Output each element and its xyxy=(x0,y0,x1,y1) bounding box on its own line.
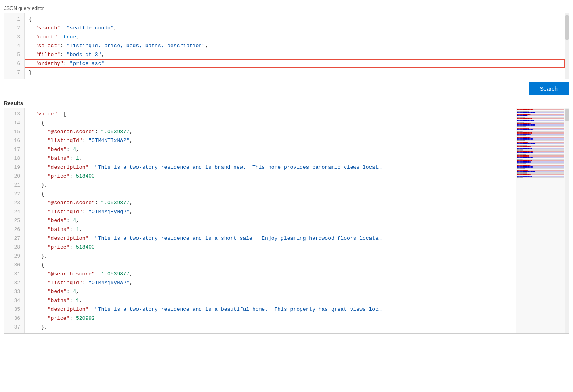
minimap-line: ██████████ xyxy=(517,140,564,141)
res-line-35: "description": "This is a two-story resi… xyxy=(25,305,516,314)
minimap-line: ███████ xyxy=(517,159,564,160)
editor-scrollbar-thumb[interactable] xyxy=(565,15,569,40)
rln-14: 14 xyxy=(4,119,24,128)
res-line-16: "listingId": "OTM4NTIxNA2", xyxy=(25,136,516,145)
minimap-line: ███████████████████ xyxy=(517,161,564,163)
results-main: 13 14 15 16 17 18 19 20 21 22 23 24 25 2… xyxy=(4,108,516,333)
rln-23: 23 xyxy=(4,199,24,208)
ln-2: 2 xyxy=(4,24,24,33)
code-line-3: "count": true, xyxy=(25,33,565,42)
code-line-5: "filter": "beds gt 3", xyxy=(25,50,565,59)
results-line-numbers: 13 14 15 16 17 18 19 20 21 22 23 24 25 2… xyxy=(4,108,25,333)
ln-5: 5 xyxy=(4,50,24,59)
minimap-line: █████████████████████████ xyxy=(517,171,564,172)
minimap-line: ████████████████ xyxy=(517,111,564,112)
res-line-18: "baths": 1, xyxy=(25,154,516,163)
minimap-line: █████████████████████████ xyxy=(517,112,564,113)
minimap-content: ██████████████████████ ████████████████ … xyxy=(516,108,565,180)
rln-24: 24 xyxy=(4,208,24,216)
res-line-25: "beds": 4, xyxy=(25,216,516,225)
minimap-line: ████████████████████ xyxy=(517,148,564,149)
rln-21: 21 xyxy=(4,181,24,190)
json-query-editor: 1 2 3 4 5 6 7 { "search": "seattle condo… xyxy=(4,13,569,79)
rln-19: 19 xyxy=(4,163,24,172)
minimap-line: █████████ xyxy=(517,122,564,123)
res-line-32: "listingId": "OTM4MjkyMA2", xyxy=(25,279,516,287)
rln-34: 34 xyxy=(4,296,24,305)
rln-35: 35 xyxy=(4,305,24,314)
rln-28: 28 xyxy=(4,243,24,252)
ln-1: 1 xyxy=(4,15,24,24)
res-line-15: "@search.score": 1.0539877, xyxy=(25,128,516,136)
rln-32: 32 xyxy=(4,279,24,287)
editor-scrollbar[interactable] xyxy=(565,13,569,79)
rln-36: 36 xyxy=(4,314,24,323)
rln-25: 25 xyxy=(4,216,24,225)
res-line-28: "price": 518400 xyxy=(25,243,516,252)
rln-18: 18 xyxy=(4,154,24,163)
res-line-23: "@search.score": 1.0539877, xyxy=(25,199,516,208)
res-line-22: { xyxy=(25,190,516,199)
minimap-line: ███████ xyxy=(517,131,564,132)
rln-31: 31 xyxy=(4,270,24,279)
rln-29: 29 xyxy=(4,252,24,261)
code-line-4: "select": "listingId, price, beds, baths… xyxy=(25,42,565,50)
ln-3: 3 xyxy=(4,33,24,42)
res-line-33: "beds": 4, xyxy=(25,287,516,296)
res-line-19: "description": "This is a two-story resi… xyxy=(25,163,516,172)
minimap-line: ████████████████████████ xyxy=(517,124,564,126)
res-line-37: }, xyxy=(25,323,516,332)
search-button[interactable]: Search xyxy=(529,82,569,95)
res-line-34: "baths": 1, xyxy=(25,296,516,305)
results-scrollbar-thumb[interactable] xyxy=(565,109,569,121)
res-line-14: { xyxy=(25,119,516,128)
code-line-6: "orderby": "price asc" xyxy=(25,59,565,68)
minimap-line: █████████████ xyxy=(517,172,564,174)
rln-16: 16 xyxy=(4,136,24,145)
rln-17: 17 xyxy=(4,145,24,154)
search-button-row: Search xyxy=(0,79,573,99)
editor-line-numbers: 1 2 3 4 5 6 7 xyxy=(4,13,25,79)
minimap-line: ██████████████ xyxy=(517,115,564,116)
res-line-17: "beds": 4, xyxy=(25,145,516,154)
minimap-line: ██████████████████████ xyxy=(517,166,564,168)
editor-code-lines[interactable]: { "search": "seattle condo", "count": tr… xyxy=(25,13,565,79)
minimap-line: ███████████████████ xyxy=(517,134,564,135)
rln-37: 37 xyxy=(4,323,24,332)
minimap-line: ████████████ xyxy=(517,126,564,127)
results-label: Results xyxy=(0,99,573,108)
ln-4: 4 xyxy=(4,42,24,50)
results-container: 13 14 15 16 17 18 19 20 21 22 23 24 25 2… xyxy=(4,108,569,334)
res-line-13: "value": [ xyxy=(25,110,516,119)
res-line-26: "baths": 1, xyxy=(25,225,516,234)
minimap-line: ██████████ xyxy=(517,168,564,169)
minimap-line: ████████ xyxy=(517,177,564,178)
ln-6: 6 xyxy=(4,59,24,68)
code-line-7: } xyxy=(25,68,565,77)
minimap-line: █████████████ xyxy=(517,145,564,146)
rln-22: 22 xyxy=(4,190,24,199)
rln-27: 27 xyxy=(4,234,24,243)
minimap-line: ██████████████████████ xyxy=(517,138,564,140)
minimap-line: ██████████████████████ xyxy=(517,152,564,153)
ln-7: 7 xyxy=(4,68,24,77)
rln-15: 15 xyxy=(4,128,24,136)
res-line-30: { xyxy=(25,261,516,270)
rln-30: 30 xyxy=(4,261,24,270)
res-line-29: }, xyxy=(25,252,516,261)
rln-20: 20 xyxy=(4,172,24,181)
results-minimap: ██████████████████████ ████████████████ … xyxy=(516,108,565,333)
res-line-27: "description": "This is a two-story resi… xyxy=(25,234,516,243)
minimap-line: █████████████████████████ xyxy=(517,143,564,144)
page-wrapper: JSON query editor 1 2 3 4 5 6 7 { "searc… xyxy=(0,0,573,392)
minimap-line: ███████████████████████ xyxy=(517,120,564,121)
results-scrollbar[interactable] xyxy=(565,108,569,333)
results-code-lines[interactable]: "value": [ { "@search.score": 1.0539877,… xyxy=(25,108,516,333)
rln-33: 33 xyxy=(4,287,24,296)
editor-label: JSON query editor xyxy=(0,4,573,13)
result-code-area: 13 14 15 16 17 18 19 20 21 22 23 24 25 2… xyxy=(4,108,516,333)
minimap-line: █████████████████████ xyxy=(517,157,564,158)
code-line-2: "search": "seattle condo", xyxy=(25,24,565,33)
minimap-line: ████████████ xyxy=(517,163,564,164)
minimap-line: ███████████ xyxy=(517,117,564,118)
